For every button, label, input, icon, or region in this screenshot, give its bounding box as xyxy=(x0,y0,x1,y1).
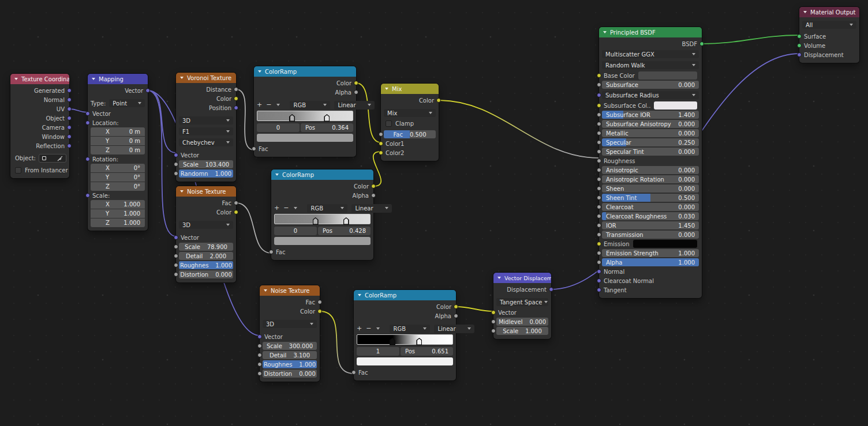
specular-tint-slider[interactable]: Specular Tint0.000 xyxy=(602,148,699,156)
socket-metallic-input[interactable] xyxy=(597,131,601,135)
transmission-slider[interactable]: Transmission0.000 xyxy=(602,231,699,239)
socket-tangent-input[interactable] xyxy=(597,288,601,292)
node-colorramp-3[interactable]: ColorRamp Color Alpha + − RGB Linear 1 P… xyxy=(354,290,456,380)
socket-displacement-output[interactable] xyxy=(549,287,553,292)
wire-noise2-color-to-colorramp3[interactable] xyxy=(320,311,354,374)
chevron-down-icon[interactable] xyxy=(385,88,388,90)
node-header-mapping[interactable]: Mapping xyxy=(88,74,148,84)
stop-position-field[interactable]: Pos0.651 xyxy=(401,347,453,356)
socket-vector-output[interactable] xyxy=(145,88,150,93)
node-texture-coordinate[interactable]: Texture Coordinate Generated Normal UV O… xyxy=(10,74,69,178)
location-z-field[interactable]: Z0 m xyxy=(91,146,145,154)
stop-position-field[interactable]: Pos0.364 xyxy=(301,123,353,132)
socket-roughness-input[interactable] xyxy=(597,159,601,163)
socket-alpha-output[interactable] xyxy=(454,314,458,318)
node-mapping[interactable]: Mapping Vector Type: Point Vector Locati… xyxy=(88,74,148,231)
gradient-stop-handle[interactable] xyxy=(416,338,422,345)
subsurface-ior-slider[interactable]: Subsurface IOR1.400 xyxy=(602,111,699,119)
socket-normal-input[interactable] xyxy=(597,269,601,274)
socket-fac-input[interactable] xyxy=(351,370,356,375)
subsurface-anisotropy-slider[interactable]: Subsurface Anisotropy0.000 xyxy=(602,120,699,128)
socket-specular-input[interactable] xyxy=(597,140,601,145)
socket-scale-input[interactable] xyxy=(491,329,496,333)
socket-color-output[interactable] xyxy=(234,210,238,214)
sheen-tint-slider[interactable]: Sheen Tint0.500 xyxy=(602,194,699,202)
mix-fac-slider[interactable]: Fac0.500 xyxy=(384,130,436,138)
socket-transmission-input[interactable] xyxy=(597,232,601,237)
wire-colorramp3-to-vector-displacement[interactable] xyxy=(456,307,493,311)
stop-position-field[interactable]: Pos0.428 xyxy=(318,227,371,235)
socket-detail-input[interactable] xyxy=(257,353,262,357)
remove-stop-button[interactable]: − xyxy=(266,101,271,108)
ior-slider[interactable]: IOR1.450 xyxy=(602,221,699,229)
noise-dimensions-dropdown[interactable]: 3D xyxy=(263,320,317,328)
chevron-down-icon[interactable] xyxy=(180,190,184,193)
socket-roughness-input[interactable] xyxy=(174,263,178,267)
gradient-stop-handle[interactable] xyxy=(390,338,395,345)
socket-bsdf-output[interactable] xyxy=(699,42,704,46)
clearcoat-slider[interactable]: Clearcoat0.000 xyxy=(602,203,699,211)
socket-fac-output[interactable] xyxy=(234,201,238,205)
interpolation-dropdown[interactable]: Linear xyxy=(351,204,392,213)
socket-subsurface-anisotropy-input[interactable] xyxy=(597,122,601,126)
socket-uv-output[interactable] xyxy=(67,107,72,111)
blend-mode-dropdown[interactable]: Mix xyxy=(384,109,436,117)
add-stop-button[interactable]: + xyxy=(257,101,262,108)
chevron-down-icon[interactable] xyxy=(264,289,267,292)
chevron-down-icon[interactable] xyxy=(603,31,607,33)
node-header-principled-bsdf[interactable]: Principled BSDF xyxy=(599,27,702,37)
chevron-down-icon[interactable] xyxy=(275,174,279,176)
gradient-stop-handle[interactable] xyxy=(324,114,330,122)
noise-roughness-slider[interactable]: Roughnes1.000 xyxy=(263,360,317,368)
node-voronoi-texture[interactable]: Voronoi Texture Distance Color Position … xyxy=(176,73,236,182)
socket-subsurface-color-input[interactable] xyxy=(597,103,601,108)
socket-midlevel-input[interactable] xyxy=(491,319,496,324)
emission-strength-slider[interactable]: Emission Strength1.000 xyxy=(602,249,699,257)
scale-x-field[interactable]: X1.000 xyxy=(91,200,145,209)
color-mode-dropdown[interactable]: RGB xyxy=(307,204,347,213)
noise-scale-slider[interactable]: Scale300.000 xyxy=(263,342,317,350)
voronoi-scale-slider[interactable]: Scale103.400 xyxy=(179,160,233,168)
voronoi-feature-dropdown[interactable]: F1 xyxy=(179,127,233,135)
node-vector-displacement[interactable]: Vector Displacement Displacement Tangent… xyxy=(493,273,551,339)
socket-object-output[interactable] xyxy=(67,116,72,120)
from-instancer-checkbox[interactable] xyxy=(15,167,21,174)
gradient-stop-handle[interactable] xyxy=(313,217,319,225)
socket-generated-output[interactable] xyxy=(67,88,72,93)
stop-color-swatch[interactable] xyxy=(357,357,453,365)
gradient-stop-handle[interactable] xyxy=(289,114,295,122)
socket-anisotropic-input[interactable] xyxy=(597,168,601,172)
node-noise-texture-2[interactable]: Noise Texture Fac Color 3D Vector Scale3… xyxy=(260,285,320,382)
node-header-colorramp-1[interactable]: ColorRamp xyxy=(254,66,356,77)
colorramp-menu-icon[interactable] xyxy=(276,104,280,106)
socket-clearcoat-roughness-input[interactable] xyxy=(597,214,601,218)
socket-color-output[interactable] xyxy=(454,304,458,309)
node-editor-canvas[interactable]: Texture Coordinate Generated Normal UV O… xyxy=(0,0,868,426)
socket-camera-output[interactable] xyxy=(67,125,72,130)
stop-index-field[interactable]: 0 xyxy=(257,123,300,132)
rotation-y-field[interactable]: Y0° xyxy=(91,173,145,182)
socket-color-output[interactable] xyxy=(317,309,322,314)
interpolation-dropdown[interactable]: Linear xyxy=(434,325,474,333)
socket-vector-input[interactable] xyxy=(491,310,496,315)
interpolation-dropdown[interactable]: Linear xyxy=(334,101,375,110)
node-header-texture-coordinate[interactable]: Texture Coordinate xyxy=(10,74,69,84)
noise-detail-slider[interactable]: Detail3.100 xyxy=(263,351,317,359)
node-principled-bsdf[interactable]: Principled BSDF BSDF Multiscatter GGX Ra… xyxy=(599,27,702,298)
noise-scale-slider[interactable]: Scale78.900 xyxy=(179,243,233,251)
color-mode-dropdown[interactable]: RGB xyxy=(390,325,430,333)
scale-slider[interactable]: Scale1.000 xyxy=(496,327,548,335)
scale-z-field[interactable]: Z1.000 xyxy=(91,218,145,227)
socket-fac-input[interactable] xyxy=(379,132,383,137)
voronoi-randomness-slider[interactable]: Randomn1.000 xyxy=(179,169,233,178)
mapping-type-dropdown[interactable]: Point xyxy=(109,99,145,107)
node-header-noise-2[interactable]: Noise Texture xyxy=(260,285,320,296)
socket-detail-input[interactable] xyxy=(174,254,178,258)
socket-vector-input[interactable] xyxy=(174,235,178,240)
socket-clearcoat-input[interactable] xyxy=(597,205,601,209)
wire-noise1-fac-to-colorramp2[interactable] xyxy=(236,203,271,253)
socket-subsurface-input[interactable] xyxy=(597,82,601,87)
socket-displacement-input[interactable] xyxy=(797,52,802,57)
socket-color-output[interactable] xyxy=(234,96,238,101)
node-header-material-output[interactable]: Material Output xyxy=(799,7,859,17)
